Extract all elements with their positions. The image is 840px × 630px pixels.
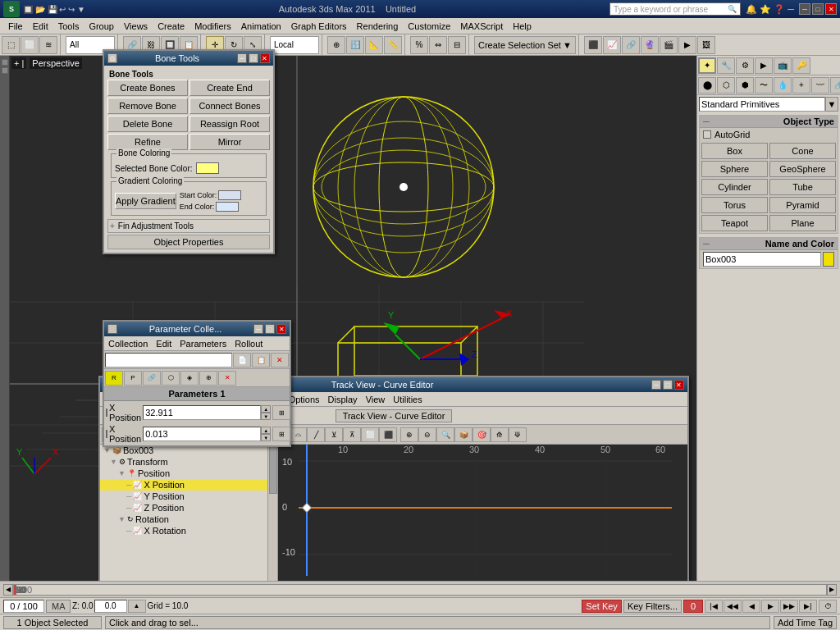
- param-minimize[interactable]: ─: [253, 324, 263, 334]
- minimize-button[interactable]: ─: [799, 3, 810, 15]
- tb-select[interactable]: ⬚: [2, 36, 20, 54]
- rp-hierarchy[interactable]: ⚙: [736, 57, 754, 74]
- tv-maximize[interactable]: □: [663, 380, 673, 390]
- tb-render-setup[interactable]: 🎬: [660, 36, 678, 54]
- rp-motion[interactable]: ▶: [755, 57, 773, 74]
- time-mode-btn[interactable]: ⏱: [819, 600, 837, 613]
- tv-tb13[interactable]: ⊻: [325, 427, 343, 442]
- tb-layers[interactable]: ⬛: [584, 36, 602, 54]
- tv-menu-utilities[interactable]: Utilities: [389, 395, 426, 404]
- menu-maxscript[interactable]: MAXScript: [455, 18, 508, 34]
- end-color-swatch[interactable]: [216, 202, 239, 212]
- rp-patch-icon[interactable]: ⬢: [736, 77, 754, 94]
- tv-tb15[interactable]: ⬜: [361, 427, 379, 442]
- bone-tools-icon[interactable]: G: [107, 53, 117, 63]
- tb-align[interactable]: ⊟: [448, 36, 466, 54]
- tv-tb22[interactable]: ⟰: [491, 427, 509, 442]
- param-row0-input[interactable]: [143, 405, 261, 420]
- menu-create[interactable]: Create: [153, 18, 189, 34]
- rp-display[interactable]: 📺: [774, 57, 792, 74]
- tv-tb23[interactable]: ⟱: [509, 427, 527, 442]
- tv-tree-transform[interactable]: ▼ ⚙ Transform: [100, 456, 267, 468]
- tb-snap2[interactable]: 📐: [365, 36, 383, 54]
- pb7[interactable]: ✕: [218, 371, 236, 386]
- menu-tools[interactable]: Tools: [53, 18, 84, 34]
- menu-group[interactable]: Group: [84, 18, 119, 34]
- rp-space-warps-icon[interactable]: 〰: [811, 77, 829, 94]
- tv-tree-zposition[interactable]: ─ 📈 Z Position: [100, 502, 267, 514]
- btn-cone[interactable]: Cone: [769, 143, 836, 159]
- param-row1-checkbox[interactable]: [106, 430, 107, 438]
- rp-utilities[interactable]: 🔑: [792, 57, 810, 74]
- pb-start[interactable]: |◀: [705, 600, 723, 613]
- tv-tree-position[interactable]: ▼ 📍 Position: [100, 468, 267, 479]
- remove-bone-btn[interactable]: Remove Bone: [107, 98, 188, 114]
- tb-snap[interactable]: 🔢: [346, 36, 364, 54]
- primitives-dropdown[interactable]: Standard Primitives: [699, 97, 825, 112]
- timeline-scroll-right[interactable]: ▶: [827, 584, 837, 596]
- pb4[interactable]: ⬡: [162, 371, 180, 386]
- z-coord-up[interactable]: ▲: [128, 600, 146, 613]
- tv-tb16[interactable]: ⬛: [379, 427, 397, 442]
- tv-menu-display[interactable]: Display: [324, 395, 362, 404]
- coord-dropdown[interactable]: Local: [270, 36, 319, 54]
- param-menu-rollout[interactable]: Rollout: [231, 339, 267, 349]
- pb1[interactable]: R: [105, 371, 123, 386]
- param-btn1[interactable]: 📄: [233, 353, 251, 368]
- tv-close[interactable]: ✕: [674, 380, 684, 390]
- param-row0-checkbox[interactable]: [106, 409, 107, 417]
- start-color-swatch[interactable]: [218, 190, 241, 200]
- frame-counter[interactable]: 0 / 100: [3, 600, 44, 613]
- btn-torus[interactable]: Torus: [701, 197, 768, 213]
- selected-bone-color-swatch[interactable]: [196, 162, 219, 174]
- param-menu-edit[interactable]: Edit: [152, 339, 176, 349]
- tv-tree-rotation[interactable]: ▼ ↻ Rotation: [100, 514, 267, 525]
- param-maximize[interactable]: □: [265, 324, 275, 334]
- create-bones-btn[interactable]: Create Bones: [107, 80, 188, 96]
- connect-bones-btn[interactable]: Connect Bones: [189, 98, 270, 114]
- param-row1-extra[interactable]: ⊞: [272, 427, 290, 441]
- menu-customize[interactable]: Customize: [403, 18, 455, 34]
- rp-nurbs-icon[interactable]: 〜: [755, 77, 773, 94]
- tv-tb12[interactable]: ╱: [307, 427, 325, 442]
- z-coord-input[interactable]: 0.0: [94, 600, 127, 613]
- btn-plane[interactable]: Plane: [769, 215, 836, 231]
- menu-rendering[interactable]: Rendering: [352, 18, 404, 34]
- rp-sphere-icon[interactable]: ⬤: [698, 77, 716, 94]
- pb3[interactable]: 🔗: [143, 371, 161, 386]
- menu-help[interactable]: Help: [508, 18, 536, 34]
- reassign-root-btn[interactable]: Reassign Root: [189, 116, 270, 132]
- btn-tube[interactable]: Tube: [769, 179, 836, 195]
- autogrid-checkbox[interactable]: [703, 130, 711, 139]
- tv-tb19[interactable]: 🔍: [436, 427, 454, 442]
- rp-create[interactable]: ✦: [698, 57, 716, 74]
- param-row0-up[interactable]: ▲: [261, 405, 271, 413]
- delete-bone-btn[interactable]: Delete Bone: [107, 116, 188, 132]
- param-row0-extra[interactable]: ⊞: [272, 405, 290, 420]
- fin-tools-row[interactable]: + Fin Adjustment Tools: [107, 219, 270, 233]
- tv-minimize[interactable]: ─: [651, 380, 661, 390]
- menu-animation[interactable]: Animation: [236, 18, 286, 34]
- tb-sch-view[interactable]: 🔗: [622, 36, 640, 54]
- tv-menu-view[interactable]: View: [362, 395, 390, 404]
- param-row1-input[interactable]: [143, 427, 261, 441]
- pb-next[interactable]: ▶▶: [780, 600, 798, 613]
- tb-curve-editor[interactable]: 📈: [603, 36, 621, 54]
- tv-tb11[interactable]: ⌓: [289, 427, 307, 442]
- btn-geosphere[interactable]: GeoSphere: [769, 161, 836, 177]
- tv-tb18[interactable]: ⊖: [418, 427, 436, 442]
- object-name-field[interactable]: [703, 252, 821, 267]
- btn-pyramid[interactable]: Pyramid: [769, 197, 836, 213]
- primitives-dropdown-btn[interactable]: ▼: [825, 97, 838, 112]
- tb-material-editor[interactable]: 🔮: [641, 36, 659, 54]
- pb-end[interactable]: ▶|: [799, 600, 817, 613]
- param-close[interactable]: ✕: [276, 324, 286, 334]
- pb5[interactable]: ◈: [180, 371, 199, 386]
- rp-modify[interactable]: 🔧: [717, 57, 735, 74]
- btn-box[interactable]: Box: [701, 143, 768, 159]
- tv-tree-xrotation[interactable]: ─ 📈 X Rotation: [100, 525, 267, 536]
- pb-play-back[interactable]: ◀: [742, 600, 760, 613]
- pb2[interactable]: P: [124, 371, 142, 386]
- timeline-scroll-left[interactable]: ◀: [3, 584, 13, 596]
- tv-tb17[interactable]: ⊕: [400, 427, 418, 442]
